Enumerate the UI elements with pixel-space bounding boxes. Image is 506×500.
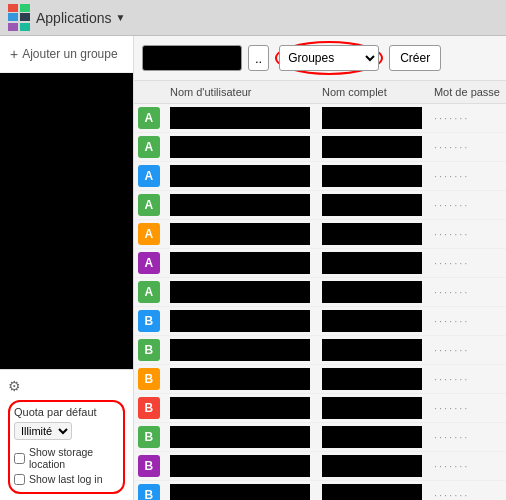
avatar-cell: A	[134, 278, 164, 307]
table-row[interactable]: B·······	[134, 394, 506, 423]
fullname-cell	[316, 278, 428, 307]
show-last-login-row: Show last log in	[14, 473, 119, 485]
show-last-login-checkbox[interactable]	[14, 474, 25, 485]
fullname-cell	[316, 220, 428, 249]
quota-select[interactable]: Illimité 1 GB 5 GB 10 GB	[14, 422, 72, 440]
password-cell: ·······	[428, 394, 506, 423]
app-menu[interactable]: Applications ▼	[36, 10, 125, 26]
settings-icon[interactable]: ⚙	[8, 378, 21, 394]
dropdown-arrow-icon: ▼	[116, 12, 126, 23]
avatar-cell: A	[134, 220, 164, 249]
password-cell: ·······	[428, 162, 506, 191]
footer-highlight: Quota par défaut Illimité 1 GB 5 GB 10 G…	[8, 400, 125, 494]
username-cell	[164, 423, 316, 452]
password-cell: ·······	[428, 278, 506, 307]
users-table-wrapper: Nom d'utilisateur Nom complet Mot de pas…	[134, 81, 506, 500]
avatar: A	[138, 165, 160, 187]
username-cell	[164, 394, 316, 423]
password-col-header: Mot de passe	[428, 81, 506, 104]
username-cell	[164, 452, 316, 481]
avatar: B	[138, 397, 160, 419]
app-logo	[8, 4, 30, 32]
fullname-cell	[316, 423, 428, 452]
avatar-cell: A	[134, 162, 164, 191]
password-cell: ·······	[428, 336, 506, 365]
avatar: A	[138, 107, 160, 129]
avatar: B	[138, 426, 160, 448]
table-row[interactable]: A·······	[134, 133, 506, 162]
avatar: A	[138, 252, 160, 274]
table-row[interactable]: A·······	[134, 220, 506, 249]
avatar: A	[138, 223, 160, 245]
sidebar: + Ajouter un groupe ⚙ Quota par défaut I…	[0, 36, 134, 500]
password-cell: ·······	[428, 249, 506, 278]
password-cell: ·······	[428, 307, 506, 336]
table-row[interactable]: B·······	[134, 336, 506, 365]
avatar-cell: B	[134, 481, 164, 501]
table-row[interactable]: A·······	[134, 249, 506, 278]
password-cell: ·······	[428, 191, 506, 220]
show-storage-checkbox[interactable]	[14, 453, 25, 464]
username-cell	[164, 162, 316, 191]
topbar: Applications ▼	[0, 0, 506, 36]
avatar: A	[138, 194, 160, 216]
content-area: .. Groupes Créer Nom d'utilisateur Nom c…	[134, 36, 506, 500]
avatar-cell: B	[134, 336, 164, 365]
table-row[interactable]: B·······	[134, 307, 506, 336]
username-cell	[164, 481, 316, 501]
table-row[interactable]: B·······	[134, 452, 506, 481]
table-row[interactable]: B·······	[134, 365, 506, 394]
username-cell	[164, 220, 316, 249]
table-row[interactable]: A·······	[134, 104, 506, 133]
fullname-col-header: Nom complet	[316, 81, 428, 104]
password-cell: ·······	[428, 452, 506, 481]
username-cell	[164, 191, 316, 220]
fullname-cell	[316, 365, 428, 394]
avatar: B	[138, 339, 160, 361]
more-button[interactable]: ..	[248, 45, 269, 71]
avatar: B	[138, 368, 160, 390]
password-cell: ·······	[428, 220, 506, 249]
fullname-cell	[316, 249, 428, 278]
password-cell: ·······	[428, 423, 506, 452]
sidebar-footer: ⚙ Quota par défaut Illimité 1 GB 5 GB 10…	[0, 369, 133, 500]
table-row[interactable]: B·······	[134, 423, 506, 452]
fullname-cell	[316, 336, 428, 365]
toolbar: .. Groupes Créer	[134, 36, 506, 81]
fullname-cell	[316, 481, 428, 501]
username-cell	[164, 133, 316, 162]
password-cell: ·······	[428, 481, 506, 501]
avatar-col-header	[134, 81, 164, 104]
app-title-label: Applications	[36, 10, 112, 26]
table-row[interactable]: A·······	[134, 162, 506, 191]
table-row[interactable]: A·······	[134, 278, 506, 307]
add-group-button[interactable]: + Ajouter un groupe	[0, 36, 133, 73]
users-table: Nom d'utilisateur Nom complet Mot de pas…	[134, 81, 506, 500]
avatar: A	[138, 136, 160, 158]
password-cell: ·······	[428, 365, 506, 394]
password-cell: ·······	[428, 104, 506, 133]
table-row[interactable]: A·······	[134, 191, 506, 220]
username-cell	[164, 104, 316, 133]
show-storage-label[interactable]: Show storage location	[29, 446, 119, 470]
username-col-header: Nom d'utilisateur	[164, 81, 316, 104]
fullname-cell	[316, 104, 428, 133]
fullname-cell	[316, 191, 428, 220]
table-row[interactable]: B·······	[134, 481, 506, 501]
search-input[interactable]	[142, 45, 242, 71]
avatar: B	[138, 310, 160, 332]
avatar: B	[138, 455, 160, 477]
username-cell	[164, 249, 316, 278]
create-button[interactable]: Créer	[389, 45, 441, 71]
show-last-login-label[interactable]: Show last log in	[29, 473, 103, 485]
group-select[interactable]: Groupes	[279, 45, 379, 71]
quota-row: Quota par défaut Illimité 1 GB 5 GB 10 G…	[14, 406, 119, 440]
username-cell	[164, 278, 316, 307]
table-header-row: Nom d'utilisateur Nom complet Mot de pas…	[134, 81, 506, 104]
avatar: B	[138, 484, 160, 500]
avatar-cell: B	[134, 365, 164, 394]
group-select-highlight: Groupes	[275, 41, 383, 75]
avatar-cell: A	[134, 133, 164, 162]
avatar-cell: B	[134, 423, 164, 452]
quota-label: Quota par défaut	[14, 406, 97, 418]
